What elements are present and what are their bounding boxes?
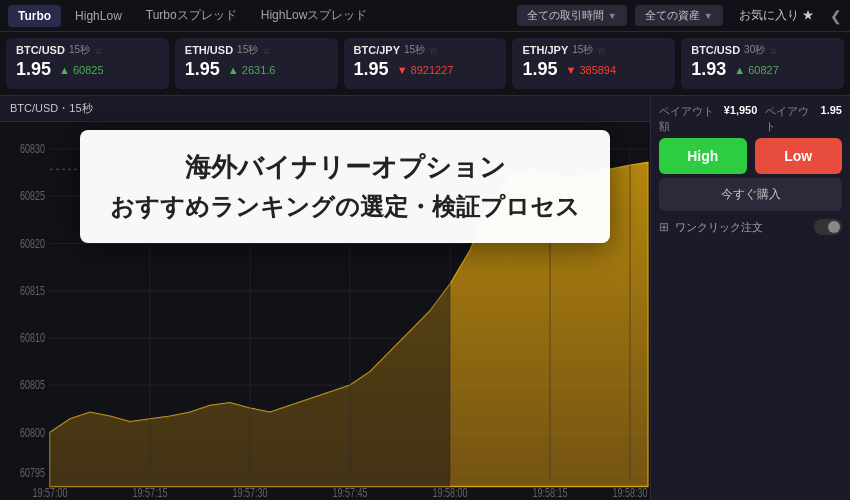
- payout-amount-value: ¥1,950: [724, 104, 758, 134]
- time-filter-arrow-icon: ▼: [608, 11, 617, 21]
- svg-text:60820: 60820: [20, 236, 45, 250]
- ticker-pair-4: BTC/USD: [691, 44, 740, 56]
- chart-pair-label: BTC/USD・15秒: [10, 102, 93, 114]
- ticker-star-3[interactable]: ☆: [597, 45, 606, 56]
- svg-text:19:58:30: 19:58:30: [612, 486, 647, 500]
- ticker-card-2[interactable]: BTC/JPY 15秒 ☆ 1.95 ▼ 8921227: [344, 38, 507, 89]
- ticker-star-0[interactable]: ☆: [94, 45, 103, 56]
- svg-text:19:57:00: 19:57:00: [32, 486, 67, 500]
- tab-turbo[interactable]: Turbo: [8, 5, 61, 27]
- ticker-price-1: 1.95: [185, 59, 220, 80]
- payout-section: ペイアウト額 ¥1,950 ペイアウト 1.95 High Low 今すぐ購入: [659, 104, 842, 211]
- svg-text:19:58:15: 19:58:15: [532, 486, 567, 500]
- chart-header: BTC/USD・15秒: [0, 96, 650, 122]
- low-button[interactable]: Low: [755, 138, 843, 174]
- time-filter-btn[interactable]: 全ての取引時間 ▼: [517, 5, 627, 26]
- svg-text:19:57:30: 19:57:30: [232, 486, 267, 500]
- oneclick-row: ⊞ ワンクリック注文: [659, 219, 842, 235]
- svg-text:60810: 60810: [20, 331, 45, 345]
- ticker-star-2[interactable]: ☆: [429, 45, 438, 56]
- ticker-card-4[interactable]: BTC/USD 30秒 ☆ 1.93 ▲ 60827: [681, 38, 844, 89]
- ticker-star-4[interactable]: ☆: [769, 45, 778, 56]
- svg-text:60805: 60805: [20, 378, 45, 392]
- ticker-change-2: ▼ 8921227: [397, 64, 454, 76]
- favorite-btn[interactable]: お気に入り ★: [731, 4, 822, 27]
- overlay: 海外バイナリーオプション おすすめランキングの選定・検証プロセス: [80, 130, 610, 243]
- svg-text:60800: 60800: [20, 425, 45, 439]
- ticker-card-3[interactable]: ETH/JPY 15秒 ☆ 1.95 ▼ 385894: [512, 38, 675, 89]
- svg-text:19:57:15: 19:57:15: [132, 486, 167, 500]
- ticker-time-0: 15秒: [69, 43, 90, 57]
- asset-filter-btn[interactable]: 全ての資産 ▼: [635, 5, 723, 26]
- overlay-line1: 海外バイナリーオプション: [110, 150, 580, 185]
- ticker-change-4: ▲ 60827: [734, 64, 779, 76]
- ticker-pair-0: BTC/USD: [16, 44, 65, 56]
- tab-turbo-spread[interactable]: Turboスプレッド: [136, 3, 247, 28]
- ticker-pair-3: ETH/JPY: [522, 44, 568, 56]
- oneclick-toggle[interactable]: [814, 219, 842, 235]
- ticker-price-2: 1.95: [354, 59, 389, 80]
- ticker-time-1: 15秒: [237, 43, 258, 57]
- ticker-time-3: 15秒: [572, 43, 593, 57]
- collapse-btn[interactable]: ❮: [830, 8, 842, 24]
- svg-text:60830: 60830: [20, 142, 45, 156]
- ticker-price-0: 1.95: [16, 59, 51, 80]
- oneclick-icon: ⊞: [659, 220, 669, 234]
- oneclick-label: ワンクリック注文: [675, 220, 763, 235]
- ticker-pair-2: BTC/JPY: [354, 44, 400, 56]
- ticker-card-0[interactable]: BTC/USD 15秒 ☆ 1.95 ▲ 60825: [6, 38, 169, 89]
- ticker-row: BTC/USD 15秒 ☆ 1.95 ▲ 60825 ETH/USD 15秒 ☆…: [0, 32, 850, 96]
- payout-rate-label: ペイアウト: [765, 104, 812, 134]
- svg-text:19:58:00: 19:58:00: [432, 486, 467, 500]
- hl-buttons: High Low: [659, 138, 842, 174]
- overlay-line2: おすすめランキングの選定・検証プロセス: [110, 191, 580, 223]
- tab-highlow[interactable]: HighLow: [65, 5, 132, 27]
- ticker-price-4: 1.93: [691, 59, 726, 80]
- ticker-time-4: 30秒: [744, 43, 765, 57]
- svg-text:60795: 60795: [20, 466, 45, 480]
- right-panel: ペイアウト額 ¥1,950 ペイアウト 1.95 High Low 今すぐ購入 …: [650, 96, 850, 500]
- ticker-time-2: 15秒: [404, 43, 425, 57]
- buy-now-button[interactable]: 今すぐ購入: [659, 178, 842, 211]
- ticker-price-3: 1.95: [522, 59, 557, 80]
- ticker-change-1: ▲ 2631.6: [228, 64, 276, 76]
- payout-amount-label: ペイアウト額: [659, 104, 716, 134]
- ticker-pair-1: ETH/USD: [185, 44, 233, 56]
- svg-text:19:57:45: 19:57:45: [332, 486, 367, 500]
- ticker-star-1[interactable]: ☆: [262, 45, 271, 56]
- asset-filter-arrow-icon: ▼: [704, 11, 713, 21]
- top-nav: Turbo HighLow Turboスプレッド HighLowスプレッド 全て…: [0, 0, 850, 32]
- ticker-card-1[interactable]: ETH/USD 15秒 ☆ 1.95 ▲ 2631.6: [175, 38, 338, 89]
- ticker-change-0: ▲ 60825: [59, 64, 104, 76]
- ticker-change-3: ▼ 385894: [565, 64, 616, 76]
- high-button[interactable]: High: [659, 138, 747, 174]
- tab-highlow-spread[interactable]: HighLowスプレッド: [251, 3, 378, 28]
- payout-row: ペイアウト額 ¥1,950 ペイアウト 1.95: [659, 104, 842, 134]
- payout-rate-value: 1.95: [821, 104, 842, 134]
- svg-text:60825: 60825: [20, 189, 45, 203]
- svg-text:60815: 60815: [20, 283, 45, 297]
